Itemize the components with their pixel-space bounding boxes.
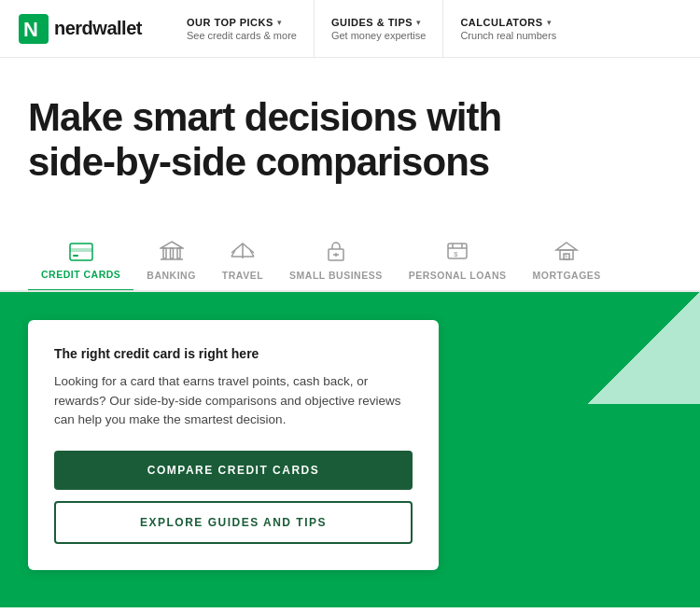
svg-text:$: $ [565, 253, 567, 258]
tab-small-business-label: SMALL BUSINESS [289, 270, 383, 281]
tab-mortgages-label: MORTGAGES [532, 270, 600, 281]
tab-small-business[interactable]: SMALL BUSINESS [276, 232, 396, 290]
logo-text: nerdwallet [54, 18, 142, 39]
nav-top-picks[interactable]: OUR TOP PICKS ▾ See credit cards & more [170, 0, 315, 58]
tab-travel-label: TRAVEL [222, 270, 263, 281]
category-tabs: CREDIT CARDS BANKING TRAVEL [0, 232, 700, 292]
svg-rect-6 [163, 248, 166, 258]
tab-credit-cards-label: CREDIT CARDS [41, 269, 120, 280]
mortgages-icon: $ [554, 240, 579, 266]
logo-link[interactable]: N nerdwallet [19, 14, 142, 44]
personal-loans-icon: $ [445, 240, 469, 266]
tab-mortgages[interactable]: $ MORTGAGES [519, 232, 613, 290]
chevron-down-icon: ▾ [277, 18, 282, 27]
site-header: N nerdwallet OUR TOP PICKS ▾ See credit … [0, 0, 700, 58]
svg-rect-3 [70, 248, 92, 252]
promo-card: The right credit card is right here Look… [28, 320, 439, 571]
svg-rect-7 [170, 248, 173, 258]
svg-rect-4 [73, 255, 78, 257]
svg-marker-19 [556, 243, 577, 250]
svg-rect-8 [177, 248, 180, 258]
nerdwallet-logo-icon: N [19, 14, 49, 44]
tab-personal-loans-label: PERSONAL LOANS [409, 270, 507, 281]
nav-calculators[interactable]: CALCULATORS ▾ Crunch real numbers [443, 0, 573, 58]
banking-icon [160, 240, 184, 266]
explore-guides-button[interactable]: EXPLORE GUIDES AND TIPS [54, 501, 413, 544]
chevron-down-icon: ▾ [416, 18, 421, 27]
svg-marker-5 [161, 242, 183, 248]
nav-guides-tips[interactable]: GUIDES & TIPS ▾ Get money expertise [315, 0, 444, 58]
hero-section: Make smart decisions with side-by-side c… [0, 58, 700, 232]
tab-credit-cards[interactable]: CREDIT CARDS [28, 235, 133, 292]
card-headline: The right credit card is right here [54, 346, 413, 361]
main-nav: OUR TOP PICKS ▾ See credit cards & more … [170, 0, 681, 58]
green-section: The right credit card is right here Look… [0, 292, 700, 608]
hero-title: Make smart decisions with side-by-side c… [28, 95, 551, 186]
svg-text:$: $ [454, 250, 458, 258]
small-business-icon [324, 240, 348, 266]
credit-cards-icon [69, 243, 93, 265]
compare-credit-cards-button[interactable]: COMPARE CREDIT CARDS [54, 451, 413, 490]
tab-banking[interactable]: BANKING [133, 232, 209, 290]
travel-icon [230, 240, 256, 266]
svg-text:N: N [23, 18, 38, 41]
tab-travel[interactable]: TRAVEL [209, 232, 276, 290]
tab-banking-label: BANKING [147, 270, 196, 281]
tab-personal-loans[interactable]: $ PERSONAL LOANS [396, 232, 520, 290]
chevron-down-icon: ▾ [547, 18, 552, 27]
card-body: Looking for a card that earns travel poi… [54, 372, 413, 431]
